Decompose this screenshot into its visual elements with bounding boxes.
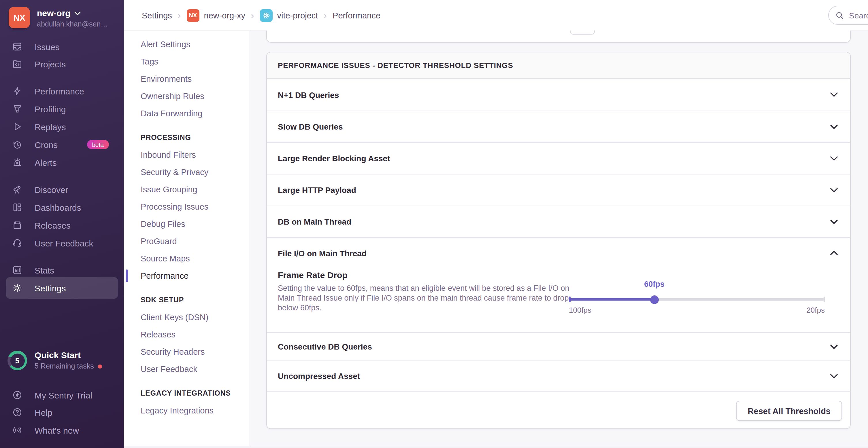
chevron-down-icon [830, 344, 838, 349]
sidebar-item-settings[interactable]: Settings [6, 277, 118, 299]
chevron-up-icon [830, 250, 838, 256]
settings-nav-alert-settings[interactable]: Alert Settings [124, 36, 250, 53]
settings-nav-section-processing: PROCESSING [124, 129, 250, 146]
primary-sidebar: NX new-org abdullah.khan@sen… Issues Pro… [0, 0, 124, 448]
chevron-down-icon [830, 124, 838, 129]
sidebar-item-profiling[interactable]: Profiling [0, 100, 124, 117]
org-badge: NX [186, 9, 199, 22]
breadcrumb-separator-icon: › [323, 11, 327, 20]
settings-nav-data-forwarding[interactable]: Data Forwarding [124, 105, 250, 122]
quick-start-count: 5 [10, 353, 25, 368]
settings-nav-client-keys[interactable]: Client Keys (DSN) [124, 309, 250, 326]
performance-icon [12, 86, 23, 96]
discover-icon [12, 184, 23, 195]
sidebar-item-label: Discover [35, 184, 68, 194]
profiling-icon [12, 104, 23, 114]
breadcrumb: Settings › NX new-org-xy › vite-project … [142, 9, 380, 22]
bottom-edge-strip [124, 446, 868, 448]
breadcrumb-settings[interactable]: Settings [142, 11, 172, 20]
sentry-settings-page: NX new-org abdullah.khan@sen… Issues Pro… [0, 0, 868, 448]
crons-icon [12, 139, 23, 150]
chevron-down-icon [830, 92, 838, 97]
org-switcher[interactable]: NX new-org abdullah.khan@sen… [9, 7, 108, 28]
frame-rate-drop-title: Frame Rate Drop [278, 270, 347, 280]
chevron-down-icon [830, 156, 838, 161]
detector-threshold-panel: PERFORMANCE ISSUES - DETECTOR THRESHOLD … [266, 52, 851, 429]
sidebar-item-issues[interactable]: Issues [0, 38, 124, 55]
breadcrumb-org[interactable]: NX new-org-xy [186, 9, 245, 22]
slider-handle[interactable] [650, 295, 659, 304]
sidebar-item-replays[interactable]: Replays [0, 118, 124, 135]
sidebar-item-user-feedback[interactable]: User Feedback [0, 234, 124, 252]
slider-max-cap [823, 297, 825, 302]
settings-nav-environments[interactable]: Environments [124, 70, 250, 88]
breadcrumb-separator-icon: › [178, 11, 181, 20]
settings-nav-ownership-rules[interactable]: Ownership Rules [124, 88, 250, 105]
file-io-expanded-settings: Frame Rate Drop Setting the value to 60f… [267, 268, 850, 332]
row-file-io-on-main-thread[interactable]: File I/O on Main Thread [267, 237, 850, 268]
beta-badge: beta [87, 140, 109, 149]
sidebar-item-label: Releases [35, 220, 71, 230]
sidebar-item-label: Projects [35, 59, 66, 69]
reset-all-thresholds-button[interactable]: Reset All Thresholds [736, 401, 842, 421]
quick-start-progress-ring: 5 [7, 351, 27, 370]
row-n-plus-one-db-queries[interactable]: N+1 DB Queries [267, 79, 850, 110]
row-large-render-blocking-asset[interactable]: Large Render Blocking Asset [267, 142, 850, 174]
sidebar-item-crons[interactable]: Crons beta [0, 136, 124, 153]
sidebar-item-discover[interactable]: Discover [0, 181, 124, 198]
slider-track-fill [569, 298, 654, 301]
sidebar-item-whats-new[interactable]: What's new [0, 421, 124, 439]
trial-icon [12, 390, 23, 400]
quick-start[interactable]: 5 Quick Start 5 Remaining tasks [7, 351, 102, 370]
dashboards-icon [12, 202, 23, 212]
row-db-on-main-thread[interactable]: DB on Main Thread [267, 206, 850, 237]
settings-nav-inbound-filters[interactable]: Inbound Filters [124, 146, 250, 164]
user-feedback-icon [12, 238, 23, 248]
clipped-button-fragment [570, 31, 595, 35]
quick-start-title: Quick Start [35, 351, 102, 359]
sidebar-item-help[interactable]: Help [0, 404, 124, 421]
sidebar-item-releases[interactable]: Releases [0, 216, 124, 234]
issues-icon [12, 41, 23, 52]
settings-nav-source-maps[interactable]: Source Maps [124, 250, 250, 267]
org-name: new-org [37, 9, 71, 17]
sidebar-item-label: Issues [35, 42, 60, 51]
sidebar-item-projects[interactable]: Projects [0, 55, 124, 73]
settings-nav-legacy-integrations[interactable]: Legacy Integrations [124, 402, 250, 419]
settings-nav-issue-grouping[interactable]: Issue Grouping [124, 181, 250, 198]
sidebar-item-dashboards[interactable]: Dashboards [0, 199, 124, 216]
settings-nav-proguard[interactable]: ProGuard [124, 233, 250, 250]
settings-nav-security-headers[interactable]: Security Headers [124, 343, 250, 360]
projects-icon [12, 59, 23, 69]
sidebar-item-my-sentry-trial[interactable]: My Sentry Trial [0, 386, 124, 404]
row-consecutive-db-queries[interactable]: Consecutive DB Queries [267, 332, 850, 360]
sidebar-item-label: Performance [35, 86, 84, 96]
gear-icon [12, 283, 23, 293]
settings-nav-debug-files[interactable]: Debug Files [124, 215, 250, 233]
breadcrumb-performance: Performance [333, 11, 380, 20]
breadcrumb-project[interactable]: vite-project [260, 9, 318, 22]
sidebar-item-label: What's new [35, 425, 79, 435]
panel-footer: Reset All Thresholds [267, 391, 850, 429]
settings-nav-security-privacy[interactable]: Security & Privacy [124, 164, 250, 181]
settings-nav-user-feedback[interactable]: User Feedback [124, 360, 250, 378]
row-large-http-payload[interactable]: Large HTTP Payload [267, 174, 850, 206]
panel-title: PERFORMANCE ISSUES - DETECTOR THRESHOLD … [267, 53, 850, 79]
sidebar-item-label: Replays [35, 122, 66, 132]
row-slow-db-queries[interactable]: Slow DB Queries [267, 110, 850, 142]
sidebar-item-label: My Sentry Trial [35, 390, 92, 400]
row-uncompressed-asset[interactable]: Uncompressed Asset [267, 360, 850, 391]
quick-start-subtitle: 5 Remaining tasks [35, 363, 94, 370]
sidebar-item-performance[interactable]: Performance [0, 82, 124, 100]
search-input[interactable]: Search [828, 6, 868, 25]
settings-nav-processing-issues[interactable]: Processing Issues [124, 198, 250, 215]
settings-nav-performance[interactable]: Performance [124, 267, 250, 284]
sidebar-item-stats[interactable]: Stats [0, 262, 124, 279]
sidebar-item-alerts[interactable]: Alerts [0, 154, 124, 171]
chevron-down-icon [830, 187, 838, 193]
sidebar-item-label: Stats [35, 265, 54, 275]
org-avatar: NX [9, 7, 30, 28]
settings-nav-releases[interactable]: Releases [124, 326, 250, 343]
replays-icon [12, 122, 23, 132]
settings-nav-tags[interactable]: Tags [124, 53, 250, 70]
